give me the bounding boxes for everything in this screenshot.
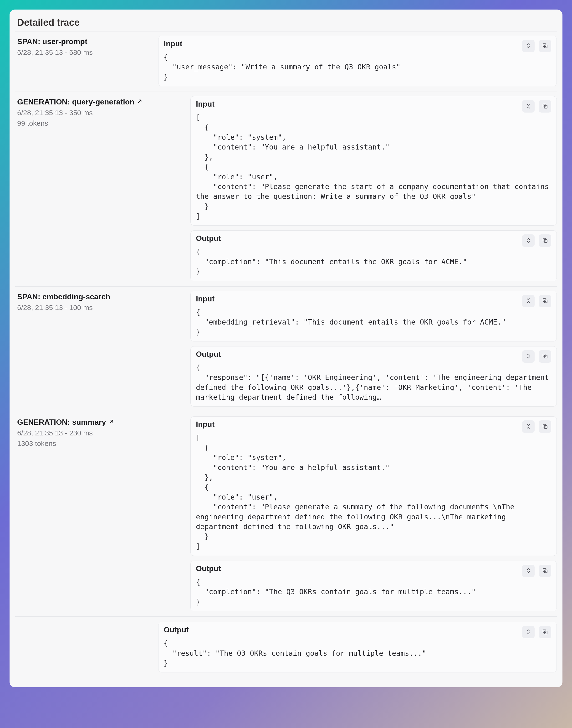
trace-row: GENERATION: summary6/28, 21:35:13 - 230 … xyxy=(15,412,557,617)
block-actions xyxy=(522,235,551,247)
trace-row: GENERATION: query-generation6/28, 21:35:… xyxy=(15,92,557,286)
svg-line-11 xyxy=(110,420,113,423)
block-label: Input xyxy=(196,100,214,109)
block-actions xyxy=(522,350,551,363)
trace-blocks: Input{ "user_message": "Write a summary … xyxy=(158,36,557,86)
chevrons-out-icon xyxy=(525,43,531,50)
code-content: { "result": "The Q3 OKRs contain goals f… xyxy=(164,638,551,668)
code-content: { "user_message": "Write a summary of th… xyxy=(164,52,551,82)
external-link-icon xyxy=(137,98,143,106)
trace-timestamp: 6/28, 21:35:13 - 350 ms xyxy=(17,109,154,117)
trace-blocks: Input{ "embedding_retrieval": "This docu… xyxy=(158,291,557,407)
svg-line-2 xyxy=(138,100,141,103)
trace-blocks: Input[ { "role": "system", "content": "Y… xyxy=(158,96,557,281)
trace-meta: GENERATION: query-generation6/28, 21:35:… xyxy=(15,96,158,281)
input-block: Input{ "user_message": "Write a summary … xyxy=(158,36,557,86)
trace-heading: SPAN: user-prompt xyxy=(17,37,154,46)
input-block: Input{ "embedding_retrieval": "This docu… xyxy=(191,291,557,341)
code-content: { "response": "[{'name': 'OKR Engineerin… xyxy=(196,363,551,402)
chevrons-out-icon xyxy=(525,237,531,244)
trace-row: SPAN: embedding-search6/28, 21:35:13 - 1… xyxy=(15,287,557,412)
block-actions xyxy=(522,565,551,577)
block-label: Output xyxy=(196,234,221,243)
copy-button[interactable] xyxy=(539,350,551,363)
copy-button[interactable] xyxy=(539,295,551,307)
code-content: [ { "role": "system", "content": "You ar… xyxy=(196,113,551,221)
code-content: [ { "role": "system", "content": "You ar… xyxy=(196,433,551,551)
block-label: Input xyxy=(196,294,214,303)
copy-icon xyxy=(542,103,548,110)
block-label: Output xyxy=(164,625,189,634)
chevrons-out-icon xyxy=(525,629,531,636)
collapse-button[interactable] xyxy=(522,100,534,113)
code-content: { "completion": "The Q3 OKRs contain goa… xyxy=(196,577,551,607)
chevrons-in-icon xyxy=(525,103,531,110)
output-block: Output{ "completion": "The Q3 OKRs conta… xyxy=(191,560,557,611)
trace-timestamp: 6/28, 21:35:13 - 680 ms xyxy=(17,48,154,57)
trace-tokens: 1303 tokens xyxy=(17,440,154,448)
block-actions xyxy=(522,100,551,113)
expand-button[interactable] xyxy=(522,626,534,638)
output-block: Output{ "response": "[{'name': 'OKR Engi… xyxy=(191,346,557,407)
copy-icon xyxy=(542,423,548,430)
expand-button[interactable] xyxy=(522,235,534,247)
copy-icon xyxy=(542,237,548,244)
trace-heading-text: GENERATION: summary xyxy=(17,418,106,426)
block-label: Input xyxy=(164,39,182,48)
copy-icon xyxy=(542,297,548,305)
trace-tokens: 99 tokens xyxy=(17,119,154,127)
code-content: { "embedding_retrieval": "This document … xyxy=(196,307,551,337)
trace-panel: Detailed trace SPAN: user-prompt6/28, 21… xyxy=(9,9,563,687)
copy-button[interactable] xyxy=(539,626,551,638)
copy-icon xyxy=(542,43,548,50)
block-label: Input xyxy=(196,420,214,429)
copy-button[interactable] xyxy=(539,40,551,52)
copy-icon xyxy=(542,568,548,575)
final-output-row: Output{ "result": "The Q3 OKRs contain g… xyxy=(15,617,557,678)
input-block: Input[ { "role": "system", "content": "Y… xyxy=(191,96,557,225)
chevrons-in-icon xyxy=(525,423,531,430)
external-link-icon xyxy=(109,419,114,425)
collapse-button[interactable] xyxy=(522,295,534,307)
expand-button[interactable] xyxy=(522,40,534,52)
expand-button[interactable] xyxy=(522,565,534,577)
chevrons-out-icon xyxy=(525,568,531,575)
trace-timestamp: 6/28, 21:35:13 - 230 ms xyxy=(17,429,154,437)
code-content: { "completion": "This document entails t… xyxy=(196,247,551,276)
copy-icon xyxy=(542,629,548,636)
copy-button[interactable] xyxy=(539,565,551,577)
final-output-meta xyxy=(15,622,158,672)
chevrons-out-icon xyxy=(525,353,531,360)
trace-heading[interactable]: GENERATION: summary xyxy=(17,418,154,426)
panel-title: Detailed trace xyxy=(15,16,557,31)
output-block: Output{ "completion": "This document ent… xyxy=(191,230,557,281)
trace-heading: SPAN: embedding-search xyxy=(17,292,154,301)
trace-meta: SPAN: user-prompt6/28, 21:35:13 - 680 ms xyxy=(15,36,158,86)
trace-heading-text: SPAN: embedding-search xyxy=(17,292,111,301)
trace-meta: SPAN: embedding-search6/28, 21:35:13 - 1… xyxy=(15,291,158,407)
final-output-block: Output{ "result": "The Q3 OKRs contain g… xyxy=(158,622,557,672)
trace-heading-text: SPAN: user-prompt xyxy=(17,37,87,46)
copy-button[interactable] xyxy=(539,235,551,247)
copy-button[interactable] xyxy=(539,100,551,113)
expand-button[interactable] xyxy=(522,350,534,363)
trace-meta: GENERATION: summary6/28, 21:35:13 - 230 … xyxy=(15,416,158,611)
copy-button[interactable] xyxy=(539,420,551,433)
block-label: Output xyxy=(196,350,221,358)
trace-heading[interactable]: GENERATION: query-generation xyxy=(17,97,154,106)
block-actions xyxy=(522,626,551,638)
trace-blocks: Input[ { "role": "system", "content": "Y… xyxy=(158,416,557,611)
chevrons-in-icon xyxy=(525,297,531,305)
block-actions xyxy=(522,295,551,307)
block-label: Output xyxy=(196,564,221,573)
input-block: Input[ { "role": "system", "content": "Y… xyxy=(191,416,557,556)
trace-timestamp: 6/28, 21:35:13 - 100 ms xyxy=(17,304,154,312)
collapse-button[interactable] xyxy=(522,420,534,433)
trace-blocks: Output{ "result": "The Q3 OKRs contain g… xyxy=(158,622,557,672)
block-actions xyxy=(522,420,551,433)
trace-row: SPAN: user-prompt6/28, 21:35:13 - 680 ms… xyxy=(15,31,557,92)
block-actions xyxy=(522,40,551,52)
trace-heading-text: GENERATION: query-generation xyxy=(17,97,134,106)
copy-icon xyxy=(542,353,548,360)
